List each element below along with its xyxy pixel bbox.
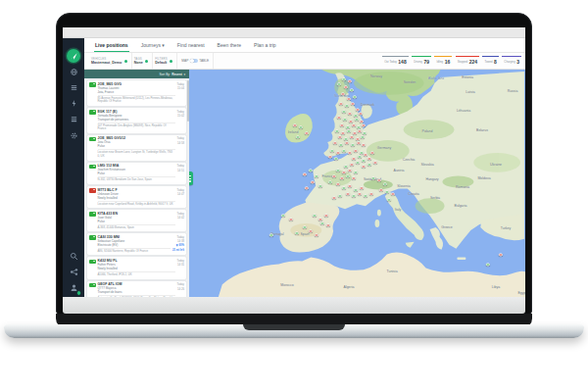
vehicle-map-marker[interactable] xyxy=(348,185,352,188)
vehicle-map-marker[interactable] xyxy=(347,98,351,101)
sort-caret-icon[interactable]: ▾ xyxy=(183,73,185,76)
journeys-list-icon[interactable] xyxy=(67,81,80,95)
vehicle-map-marker[interactable] xyxy=(377,179,381,182)
selector-vehicles[interactable]: VEHICLESMasternaut_Demo xyxy=(89,53,132,69)
vehicle-map-marker[interactable] xyxy=(338,136,342,139)
vehicle-map-marker[interactable] xyxy=(313,215,317,218)
vehicle-map-marker[interactable] xyxy=(305,187,309,190)
vehicle-map-marker[interactable] xyxy=(318,219,322,221)
vehicle-map-marker[interactable] xyxy=(369,193,373,196)
vehicle-map-marker[interactable] xyxy=(336,183,340,186)
vehicle-map-marker[interactable] xyxy=(342,111,346,114)
vehicle-map-marker[interactable] xyxy=(362,160,366,163)
vehicle-map-marker[interactable] xyxy=(368,158,371,161)
vehicle-map-marker[interactable] xyxy=(359,113,363,116)
vehicle-map-marker[interactable] xyxy=(358,156,362,159)
vehicle-map-marker[interactable] xyxy=(385,191,389,194)
vehicle-map-marker[interactable] xyxy=(345,142,349,145)
vehicle-map-marker[interactable] xyxy=(344,138,348,141)
vehicle-card[interactable]: M773 BLC FUnknown DriverNewly InstalledL… xyxy=(87,186,187,208)
vehicle-map-marker[interactable] xyxy=(330,150,334,153)
vehicle-map-marker[interactable] xyxy=(270,234,273,237)
vehicle-map-marker[interactable] xyxy=(344,166,348,169)
vehicle-map-marker[interactable] xyxy=(333,142,337,145)
vehicle-map-marker[interactable] xyxy=(351,144,355,147)
vehicle-map-marker[interactable] xyxy=(315,175,318,178)
vehicle-map-marker[interactable] xyxy=(281,215,285,218)
vehicle-map-marker[interactable] xyxy=(352,158,356,161)
user-profile-icon[interactable] xyxy=(67,281,80,295)
vehicle-map-marker[interactable] xyxy=(305,132,309,135)
vehicle-card[interactable]: JOE_M65 GVGThomas LaurentJota, France85 … xyxy=(87,80,187,106)
vehicle-card[interactable]: KITA 433 ENJuan GalalPulseA-368, 41440 B… xyxy=(87,210,187,231)
vehicle-map-marker[interactable] xyxy=(499,254,503,257)
vehicle-map-marker[interactable] xyxy=(337,117,341,120)
vehicle-card[interactable]: JOE_M65 GVG12Jota ÖtsaPulseLocation near… xyxy=(87,135,187,161)
vehicle-card[interactable]: GEOF ATL IOMQ777 MajorcaTransport de bai… xyxy=(87,281,187,297)
vehicle-card[interactable]: K432 MU FLFather PetersNewly InstalledA1… xyxy=(87,257,187,278)
vehicle-map-marker[interactable] xyxy=(343,119,347,122)
vehicle-map-marker[interactable] xyxy=(362,144,366,147)
vehicle-map-marker[interactable] xyxy=(358,130,362,133)
vehicle-map-marker[interactable] xyxy=(342,150,346,153)
vehicle-map-marker[interactable] xyxy=(340,177,344,180)
vehicle-map-marker[interactable] xyxy=(354,115,358,118)
vehicle-map-marker[interactable] xyxy=(371,177,375,180)
vehicle-map-marker[interactable] xyxy=(293,124,297,127)
selector-value[interactable]: Masternaut_Demo xyxy=(91,61,122,65)
stat-idling[interactable]: Idling16 xyxy=(434,56,452,67)
live-positions-icon[interactable] xyxy=(67,49,80,63)
vehicle-card[interactable]: EGK 117 (E)Jornada BenigioneTransport de… xyxy=(87,108,187,133)
vehicle-map-marker[interactable] xyxy=(309,170,313,172)
vehicle-map-marker[interactable] xyxy=(362,124,366,127)
vehicle-map-marker[interactable] xyxy=(309,230,313,233)
vehicle-map-marker[interactable] xyxy=(364,195,368,198)
vehicle-map-marker[interactable] xyxy=(336,152,340,155)
stat-out-today[interactable]: Out Today148 xyxy=(382,56,409,67)
vehicle-map-marker[interactable] xyxy=(337,83,341,86)
vehicle-map-marker[interactable] xyxy=(358,193,362,196)
vehicle-map-marker[interactable] xyxy=(346,126,350,129)
vehicle-map-marker[interactable] xyxy=(356,109,360,112)
vehicle-map-marker[interactable] xyxy=(350,89,354,92)
vehicle-map-marker[interactable] xyxy=(356,138,360,141)
vehicle-map-marker[interactable] xyxy=(341,132,345,135)
vehicle-map-marker[interactable] xyxy=(346,193,350,196)
vehicle-map-marker[interactable] xyxy=(350,136,354,139)
vehicle-card[interactable]: CASI 330 MNISebastian CapellaneElectricu… xyxy=(87,233,187,255)
vehicle-map-marker[interactable] xyxy=(342,78,346,81)
vehicle-map-marker[interactable] xyxy=(362,166,366,169)
vehicle-map-marker[interactable] xyxy=(303,173,307,176)
vehicle-map-marker[interactable] xyxy=(339,144,343,147)
list-sort-bar[interactable]: Sort By: Recent ▾ xyxy=(84,70,189,78)
vehicle-map-marker[interactable] xyxy=(341,93,345,96)
vehicle-map-marker[interactable] xyxy=(357,126,361,129)
vehicle-map-marker[interactable] xyxy=(364,154,368,157)
vehicle-map-marker[interactable] xyxy=(354,150,358,153)
vehicle-card[interactable]: LMG 112 MIAJoachim KristianssonPulseN-33… xyxy=(87,163,187,184)
vehicle-map-marker[interactable] xyxy=(347,130,351,133)
vehicle-map-marker[interactable] xyxy=(320,222,324,225)
vehicle-map-marker[interactable] xyxy=(355,119,359,122)
toggle-switch-icon[interactable] xyxy=(190,59,198,64)
vehicle-map-marker[interactable] xyxy=(303,226,307,229)
vehicle-map-marker[interactable] xyxy=(360,121,364,123)
vehicle-map-marker[interactable] xyxy=(353,132,357,135)
vehicle-map-marker[interactable] xyxy=(335,130,339,133)
vehicle-map-marker[interactable] xyxy=(318,185,322,188)
panel-collapse-handle[interactable] xyxy=(189,172,193,185)
vehicle-map-marker[interactable] xyxy=(342,187,346,190)
vehicle-map-marker[interactable] xyxy=(348,170,352,172)
selector-value[interactable]: Default xyxy=(155,61,168,65)
vehicle-map-marker[interactable] xyxy=(486,264,490,267)
tab-journeys[interactable]: Journeys ▾ xyxy=(140,38,166,52)
vehicle-map-marker[interactable] xyxy=(373,162,377,165)
vehicle-map-marker[interactable] xyxy=(354,189,358,192)
settings-gear-icon[interactable] xyxy=(67,128,80,142)
toggle-map-label[interactable]: MAP xyxy=(181,59,188,63)
toggle-table-label[interactable]: TABLE xyxy=(199,59,209,63)
vehicle-map-marker[interactable] xyxy=(295,232,299,235)
vehicle-map-marker[interactable] xyxy=(357,142,361,145)
vehicle-map-marker[interactable] xyxy=(299,126,303,129)
vehicle-map-marker[interactable] xyxy=(289,219,293,221)
